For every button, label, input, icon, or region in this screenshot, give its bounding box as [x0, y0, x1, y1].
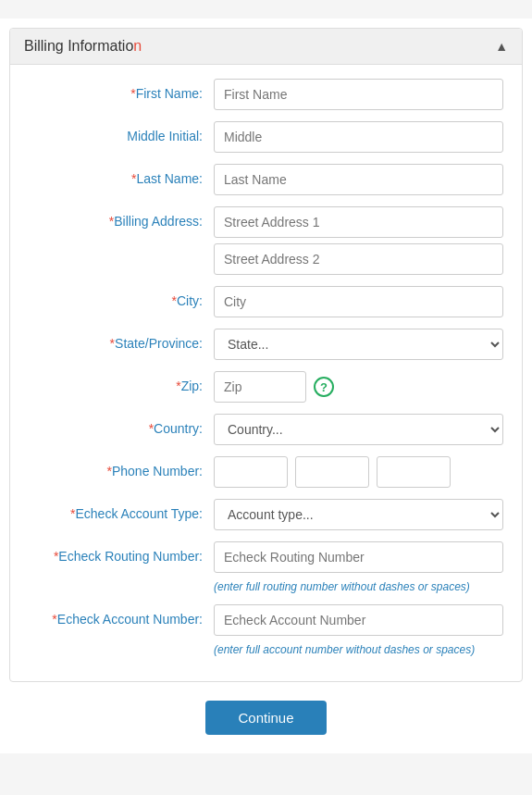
phone-area-input[interactable]: [214, 456, 288, 488]
first-name-wrap: [214, 79, 503, 110]
street-address-1-input[interactable]: [214, 206, 503, 238]
echeck-account-wrap: (enter full account number without dashe…: [214, 604, 503, 656]
required-asterisk: *: [54, 549, 58, 564]
zip-input[interactable]: [214, 371, 306, 403]
echeck-account-label: *Echeck Account Number:: [29, 604, 214, 627]
billing-address-wrap: [214, 206, 503, 275]
phone-label: *Phone Number:: [29, 456, 214, 478]
required-asterisk: *: [52, 612, 56, 627]
middle-initial-label: Middle Initial:: [29, 121, 214, 143]
echeck-account-hint: (enter full account number without dashe…: [214, 643, 503, 656]
required-asterisk: *: [176, 379, 180, 393]
required-asterisk: *: [106, 464, 111, 478]
required-asterisk: *: [110, 336, 115, 351]
last-name-wrap: [214, 164, 503, 195]
country-select[interactable]: Country...: [214, 414, 503, 445]
first-name-row: *First Name:: [29, 79, 503, 110]
city-label: *City:: [29, 286, 214, 308]
echeck-account-row: *Echeck Account Number: (enter full acco…: [29, 604, 503, 656]
echeck-routing-row: *Echeck Routing Number: (enter full rout…: [29, 541, 503, 593]
street-address-2-input[interactable]: [214, 243, 503, 275]
collapse-icon[interactable]: ▲: [495, 39, 508, 54]
zip-label: *Zip:: [29, 371, 214, 393]
phone-number-input[interactable]: [377, 456, 451, 488]
phone-prefix-input[interactable]: [295, 456, 369, 488]
middle-initial-wrap: [214, 121, 503, 153]
continue-row: Continue: [0, 701, 532, 735]
zip-help-icon[interactable]: ?: [314, 377, 334, 397]
billing-address-label: *Billing Address:: [29, 206, 214, 229]
last-name-input[interactable]: [214, 164, 503, 195]
required-asterisk: *: [70, 506, 75, 521]
required-asterisk: *: [130, 86, 135, 101]
country-wrap: Country...: [214, 414, 503, 445]
echeck-account-input[interactable]: [214, 604, 503, 636]
echeck-account-type-wrap: Account type...: [214, 499, 503, 530]
echeck-account-type-label: *Echeck Account Type:: [29, 499, 214, 521]
city-row: *City:: [29, 286, 503, 317]
required-asterisk: *: [149, 421, 154, 436]
phone-inputs-row: [214, 456, 503, 488]
echeck-routing-wrap: (enter full routing number without dashe…: [214, 541, 503, 593]
required-asterisk: *: [131, 171, 136, 186]
zip-wrap: ?: [214, 371, 503, 403]
title-highlight: n: [133, 38, 142, 54]
card-body: *First Name: Middle Initial: *Last Name:: [10, 65, 522, 681]
last-name-row: *Last Name:: [29, 164, 503, 195]
phone-wrap: [214, 456, 503, 488]
first-name-label: *First Name:: [29, 79, 214, 101]
country-label: *Country:: [29, 414, 214, 436]
state-row: *State/Province: State...: [29, 329, 503, 360]
city-wrap: [214, 286, 503, 317]
echeck-account-type-select[interactable]: Account type...: [214, 499, 503, 530]
first-name-input[interactable]: [214, 79, 503, 110]
card-title: Billing Information: [24, 38, 142, 55]
state-wrap: State...: [214, 329, 503, 360]
country-row: *Country: Country...: [29, 414, 503, 445]
state-select[interactable]: State...: [214, 329, 503, 360]
last-name-label: *Last Name:: [29, 164, 214, 186]
echeck-routing-hint: (enter full routing number without dashe…: [214, 580, 503, 593]
continue-button[interactable]: Continue: [205, 701, 326, 735]
city-input[interactable]: [214, 286, 503, 317]
middle-initial-row: Middle Initial:: [29, 121, 503, 153]
echeck-routing-label: *Echeck Routing Number:: [29, 541, 214, 564]
zip-inner-row: ?: [214, 371, 503, 403]
required-asterisk: *: [172, 293, 177, 308]
card-header: Billing Information ▲: [10, 29, 522, 65]
state-label: *State/Province:: [29, 329, 214, 351]
billing-address-row: *Billing Address:: [29, 206, 503, 275]
zip-row: *Zip: ?: [29, 371, 503, 403]
phone-row: *Phone Number:: [29, 456, 503, 488]
required-asterisk: *: [109, 214, 114, 229]
middle-initial-input[interactable]: [214, 121, 503, 153]
echeck-account-type-row: *Echeck Account Type: Account type...: [29, 499, 503, 530]
echeck-routing-input[interactable]: [214, 541, 503, 573]
